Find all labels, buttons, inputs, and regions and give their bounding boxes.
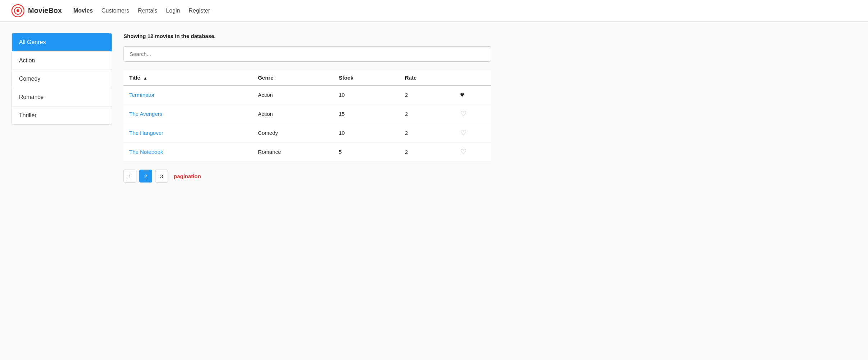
page-btn-1[interactable]: 1 bbox=[123, 170, 136, 183]
cell-fav-1: ♡ bbox=[454, 104, 491, 123]
cell-genre-1: Action bbox=[252, 104, 333, 123]
sidebar-item-action[interactable]: Action bbox=[12, 52, 112, 70]
movie-link-0[interactable]: Terminator bbox=[129, 92, 155, 98]
cell-fav-0: ♥ bbox=[454, 85, 491, 104]
movie-link-2[interactable]: The Hangover bbox=[129, 130, 163, 136]
heart-icon-3[interactable]: ♡ bbox=[460, 148, 467, 156]
table-row: The Notebook Romance 5 2 ♡ bbox=[123, 142, 491, 161]
nav-links: Movies Customers Rentals Login Register bbox=[73, 6, 210, 15]
table-row: The Avengers Action 15 2 ♡ bbox=[123, 104, 491, 123]
heart-icon-2[interactable]: ♡ bbox=[460, 129, 467, 137]
cell-rate-2: 2 bbox=[399, 123, 454, 142]
cell-fav-2: ♡ bbox=[454, 123, 491, 142]
cell-title-3: The Notebook bbox=[123, 142, 252, 161]
sidebar: All Genres Action Comedy Romance Thrille… bbox=[11, 33, 112, 125]
main-container: All Genres Action Comedy Romance Thrille… bbox=[0, 22, 503, 194]
nav-customers[interactable]: Customers bbox=[102, 6, 129, 15]
cell-title-0: Terminator bbox=[123, 85, 252, 104]
brand-name: MovieBox bbox=[28, 6, 62, 15]
nav-movies[interactable]: Movies bbox=[73, 6, 93, 15]
showing-count: Showing 12 movies in the database. bbox=[123, 33, 491, 39]
cell-stock-3: 5 bbox=[333, 142, 399, 161]
brand-logo[interactable]: MovieBox bbox=[11, 4, 62, 17]
cell-rate-0: 2 bbox=[399, 85, 454, 104]
heart-icon-1[interactable]: ♡ bbox=[460, 110, 467, 118]
cell-fav-3: ♡ bbox=[454, 142, 491, 161]
cell-stock-0: 10 bbox=[333, 85, 399, 104]
pagination-label: pagination bbox=[174, 173, 201, 179]
cell-rate-3: 2 bbox=[399, 142, 454, 161]
col-header-genre: Genre bbox=[252, 70, 333, 85]
cell-stock-2: 10 bbox=[333, 123, 399, 142]
movie-link-3[interactable]: The Notebook bbox=[129, 149, 163, 155]
movie-link-1[interactable]: The Avengers bbox=[129, 111, 162, 117]
col-header-fav bbox=[454, 70, 491, 85]
cell-genre-2: Comedy bbox=[252, 123, 333, 142]
nav-login[interactable]: Login bbox=[166, 6, 180, 15]
col-header-stock: Stock bbox=[333, 70, 399, 85]
sidebar-item-comedy[interactable]: Comedy bbox=[12, 70, 112, 88]
movies-table: Title ▲ Genre Stock Rate Terminator Acti… bbox=[123, 70, 491, 161]
svg-point-2 bbox=[17, 9, 19, 12]
brand-icon bbox=[11, 4, 24, 17]
content-area: Showing 12 movies in the database. Title… bbox=[123, 33, 491, 183]
col-header-title[interactable]: Title ▲ bbox=[123, 70, 252, 85]
cell-title-2: The Hangover bbox=[123, 123, 252, 142]
page-btn-3[interactable]: 3 bbox=[155, 170, 168, 183]
page-btn-2[interactable]: 2 bbox=[139, 170, 152, 183]
cell-genre-3: Romance bbox=[252, 142, 333, 161]
sort-icon: ▲ bbox=[143, 76, 148, 81]
sidebar-item-all-genres[interactable]: All Genres bbox=[12, 33, 112, 52]
cell-rate-1: 2 bbox=[399, 104, 454, 123]
table-header-row: Title ▲ Genre Stock Rate bbox=[123, 70, 491, 85]
heart-icon-0[interactable]: ♥ bbox=[460, 91, 465, 99]
nav-rentals[interactable]: Rentals bbox=[138, 6, 157, 15]
cell-title-1: The Avengers bbox=[123, 104, 252, 123]
navbar: MovieBox Movies Customers Rentals Login … bbox=[0, 0, 868, 22]
table-row: Terminator Action 10 2 ♥ bbox=[123, 85, 491, 104]
table-row: The Hangover Comedy 10 2 ♡ bbox=[123, 123, 491, 142]
cell-stock-1: 15 bbox=[333, 104, 399, 123]
nav-register[interactable]: Register bbox=[188, 6, 210, 15]
pagination: 1 2 3 pagination bbox=[123, 170, 491, 183]
sidebar-item-romance[interactable]: Romance bbox=[12, 88, 112, 106]
cell-genre-0: Action bbox=[252, 85, 333, 104]
sidebar-item-thriller[interactable]: Thriller bbox=[12, 106, 112, 124]
search-input[interactable] bbox=[123, 46, 491, 62]
col-header-rate: Rate bbox=[399, 70, 454, 85]
